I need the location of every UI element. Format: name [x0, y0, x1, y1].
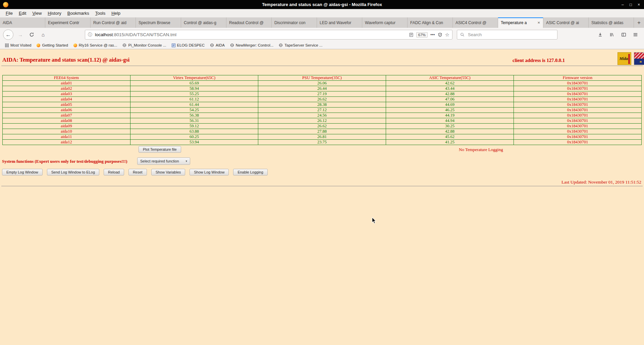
tab-bar: AIDAExperiment ContrRun Control @ aidSpe… [0, 17, 644, 28]
browser-tab[interactable]: Readout Control @ [226, 17, 272, 28]
menu-item-edit[interactable]: Edit [16, 10, 29, 17]
menu-bar: FileEditViewHistoryBookmarksToolsHelp [0, 9, 644, 17]
menu-item-tools[interactable]: Tools [92, 10, 108, 17]
bookmark-label: Most Visited [10, 43, 31, 47]
bookmark-item[interactable]: Getting Started [34, 43, 70, 48]
bookmark-item[interactable]: TapeServer Service ... [276, 43, 325, 48]
reload-button[interactable]: Reload [104, 169, 124, 176]
reader-mode-icon[interactable] [409, 32, 414, 37]
table-cell: 61.44 [130, 102, 258, 108]
bookmark-item[interactable]: NewMerger: Control... [228, 43, 276, 48]
table-cell: 55.25 [130, 91, 258, 97]
tab-close-icon[interactable]: × [537, 20, 540, 25]
table-row: aida1063.8827.8842.880x18430701 [3, 129, 642, 134]
bookmark-item[interactable]: Most Visited [3, 43, 34, 48]
table-header-cell: Firmware version [514, 75, 642, 81]
menu-item-view[interactable]: View [29, 10, 45, 17]
browser-tab[interactable]: Discriminator con [272, 17, 317, 28]
site-info-icon[interactable]: ⓘ [88, 32, 92, 38]
window-title: Temperature and status scan @ aidas-gsi … [0, 2, 644, 7]
forward-button[interactable]: → [16, 30, 25, 39]
table-cell: 44.94 [386, 118, 514, 124]
pocket-shield-icon[interactable] [438, 32, 442, 37]
library-icon[interactable] [608, 30, 616, 39]
firefox-icon [73, 44, 77, 47]
table-cell: 58.94 [130, 86, 258, 91]
secondary-logo-bottom: ≋ [634, 59, 644, 65]
table-cell: 27.88 [258, 129, 386, 134]
maximize-icon[interactable]: □ [630, 2, 632, 7]
table-row: aida0959.1226.6230.250x18430701 [3, 124, 642, 129]
browser-tab[interactable]: Run Control @ aid [91, 17, 136, 28]
new-tab-button[interactable]: + [634, 17, 644, 28]
table-cell: aida10 [3, 129, 130, 134]
reload-icon[interactable] [27, 30, 36, 39]
page-title: AIDA: Temperature and status scan(1.12) … [2, 57, 129, 63]
tab-label: FADC Align & Con [410, 20, 450, 25]
table-cell: 0x18430701 [514, 108, 642, 113]
menu-item-bookmarks[interactable]: Bookmarks [64, 10, 92, 17]
sidebar-icon[interactable] [620, 30, 628, 39]
download-icon[interactable] [596, 30, 604, 39]
bookmark-item[interactable]: Rly16 Service @ ras... [71, 43, 120, 48]
browser-tab[interactable]: ASIC4 Control @ [453, 17, 498, 28]
table-cell: 0x18430701 [514, 129, 642, 134]
bookmark-label: NewMerger: Control... [236, 43, 273, 47]
menu-hamburger-icon[interactable] [631, 30, 639, 39]
tab-label: Statistics @ aidas [591, 20, 631, 25]
browser-tab[interactable]: Waveform captur [362, 17, 408, 28]
table-cell: aida04 [3, 97, 130, 102]
send-log-window-to-elog-button[interactable]: Send Log Window to ELog [47, 169, 99, 176]
table-cell: 43.44 [386, 86, 514, 91]
table-header-row: FEE64 SystemVirtex Temperature(65C)PSU T… [3, 75, 642, 81]
menu-item-help[interactable]: Help [108, 10, 123, 17]
table-cell: 47.06 [386, 97, 514, 102]
zoom-indicator[interactable]: 67% [416, 32, 428, 38]
home-button[interactable]: ⌂ [39, 30, 48, 39]
grid-icon [5, 44, 9, 47]
table-cell: 28.38 [258, 102, 386, 108]
plot-temperature-button[interactable]: Plot Temperature file [139, 146, 181, 153]
search-icon [460, 32, 465, 37]
browser-tab[interactable]: ASIC Control @ ai [543, 17, 589, 28]
tab-label: ASIC4 Control @ [455, 20, 495, 25]
menu-item-history[interactable]: History [45, 10, 64, 17]
bookmark-item[interactable]: ELOG DESPEC [169, 43, 207, 48]
browser-tab[interactable]: Spectrum Browse [136, 17, 181, 28]
browser-tab[interactable]: Experiment Contr [45, 17, 91, 28]
back-button[interactable]: ← [3, 29, 13, 40]
globe-icon [210, 43, 214, 47]
browser-tab[interactable]: Control @ aidas-g [181, 17, 226, 28]
show-variables-button[interactable]: Show Variables [151, 169, 185, 176]
empty-log-window-button[interactable]: Empty Log Window [2, 169, 43, 176]
table-cell: aida05 [3, 102, 130, 108]
bookmark-item[interactable]: Pi_Monitor Console ... [120, 43, 168, 48]
table-cell: 0x18430701 [514, 140, 642, 145]
bookmark-star-icon[interactable]: ☆ [445, 32, 449, 38]
bookmark-label: Getting Started [42, 43, 68, 47]
table-row: aida0355.2527.1942.880x18430701 [3, 91, 642, 97]
browser-tab[interactable]: AIDA [0, 17, 45, 28]
bookmark-item[interactable]: AIDA [208, 43, 227, 48]
page-actions-icon[interactable]: ••• [430, 32, 435, 37]
enable-logging-button[interactable]: Enable Logging [233, 169, 267, 176]
minimize-icon[interactable]: – [622, 2, 624, 7]
search-input[interactable] [467, 32, 554, 38]
reset-button[interactable]: Reset [128, 169, 147, 176]
table-cell: 41.25 [386, 140, 514, 145]
function-select[interactable]: Select required function ▾ [137, 157, 190, 165]
table-row: aida0654.2527.1246.250x18430701 [3, 108, 642, 113]
menu-item-file[interactable]: File [3, 10, 16, 17]
table-cell: 26.62 [258, 124, 386, 129]
tab-label: Experiment Contr [48, 20, 88, 25]
close-icon[interactable]: × [638, 2, 640, 7]
browser-tab[interactable]: LED and Wavefor [317, 17, 362, 28]
url-bar[interactable]: ⓘ localhost:8015/AIDA/TSCAN/TSCAN.tml 67… [85, 30, 452, 40]
browser-tab[interactable]: Temperature a× [498, 17, 543, 28]
browser-tab[interactable]: FADC Align & Con [408, 17, 453, 28]
table-cell: 0x18430701 [514, 81, 642, 86]
table-cell: 42.88 [386, 129, 514, 134]
browser-tab[interactable]: Statistics @ aidas [589, 17, 634, 28]
show-log-window-button[interactable]: Show Log Window [190, 169, 229, 176]
search-bar[interactable] [457, 30, 557, 40]
